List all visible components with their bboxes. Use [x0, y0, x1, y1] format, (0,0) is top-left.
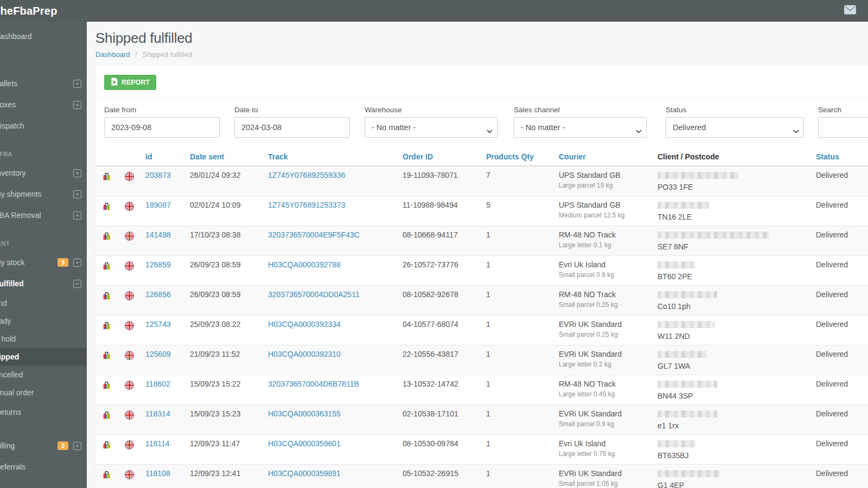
shipment-id-link[interactable]: 118108: [145, 469, 170, 478]
shipment-id-link[interactable]: 126856: [145, 290, 171, 299]
messages-button[interactable]: [843, 4, 857, 17]
sidebar-item-cancelled[interactable]: Cancelled: [0, 366, 87, 384]
tracking-number-link[interactable]: 3203736570004E9F5F43C: [268, 230, 360, 239]
postcode: W11 2ND: [658, 332, 807, 341]
tracking-number-link[interactable]: H03CQA0000363155: [268, 409, 341, 418]
shipment-id-link[interactable]: 189087: [145, 201, 171, 209]
sidebar-menu: DashboardPallets+Boxes+DispatchAMAZON FB…: [0, 26, 87, 478]
shipment-status: Delivered: [816, 230, 848, 239]
filter-search: Search: [818, 106, 868, 138]
uk-flag-icon: [125, 410, 134, 420]
breadcrumb: Dashboard / Shipped fulfilled: [95, 50, 859, 59]
courier-detail: Small parcel 0.9 kg: [559, 271, 649, 279]
shipment-status: Delivered: [816, 201, 848, 209]
column-header-products-qty[interactable]: Products Qty: [482, 148, 554, 166]
shipment-id-link[interactable]: 125609: [145, 350, 171, 358]
shipment-id-link[interactable]: 118114: [145, 439, 170, 448]
plus-expand-icon[interactable]: +: [73, 211, 81, 220]
courier-detail: Medium parcel 12.5 kg: [559, 211, 649, 219]
warehouse-select[interactable]: - No matter -: [365, 117, 497, 138]
uk-flag-icon: [125, 232, 134, 241]
tracking-number-link[interactable]: 1Z745Y076891253373: [268, 201, 345, 209]
tracking-number-link[interactable]: H03CQA0000392788: [268, 260, 341, 269]
client-name-redacted: [658, 202, 709, 209]
sidebar-item-fba-removal[interactable]: FBA Removal+: [0, 205, 87, 226]
tracking-number-link[interactable]: H03CQA0000359601: [268, 439, 341, 448]
app-logo[interactable]: TheFbaPrep: [0, 5, 87, 17]
sidebar-item-returns[interactable]: Returns: [0, 402, 87, 423]
uk-flag-icon: [125, 321, 134, 330]
plus-expand-icon[interactable]: +: [73, 169, 81, 177]
column-header-courier[interactable]: Courier: [554, 148, 653, 166]
column-header-status[interactable]: Status: [812, 148, 868, 166]
breadcrumb-dashboard-link[interactable]: Dashboard: [95, 50, 130, 59]
courier-name: EVRi UK Standard: [559, 350, 649, 358]
date-sent: 25/09/23 08:22: [190, 320, 240, 329]
tracking-number-link[interactable]: H03CQA0000392310: [268, 350, 341, 358]
sidebar-item-dashboard[interactable]: Dashboard: [0, 26, 87, 47]
sidebar-item-my-stock[interactable]: My stock3+: [0, 252, 87, 273]
tracking-number-link[interactable]: H03CQA0000359891: [268, 469, 341, 478]
products-qty: 1: [486, 320, 490, 329]
shipment-id-link[interactable]: 126859: [145, 260, 171, 269]
plus-expand-icon[interactable]: +: [73, 259, 81, 267]
tracking-number-link[interactable]: H03CQA0000392334: [268, 320, 341, 329]
shipment-id-link[interactable]: 203873: [145, 171, 171, 179]
sidebar-item-ready[interactable]: Ready: [0, 312, 87, 330]
postcode: BT635BJ: [658, 451, 807, 460]
shipment-id-link[interactable]: 118314: [145, 409, 170, 418]
sidebar-item-referrals[interactable]: Referrals: [0, 457, 87, 478]
sidebar-item-pallets[interactable]: Pallets+: [0, 73, 87, 94]
tracking-number-link[interactable]: 1Z745Y076892559336: [268, 171, 345, 179]
shipment-id-link[interactable]: 141498: [145, 230, 171, 239]
sidebar-item-boxes[interactable]: Boxes+: [0, 94, 87, 115]
plus-expand-icon[interactable]: +: [73, 190, 81, 198]
search-input[interactable]: [818, 117, 868, 138]
breadcrumb-separator: /: [135, 50, 137, 59]
column-header-date-sent[interactable]: Date sent: [186, 148, 264, 166]
sidebar-item-inventory[interactable]: Inventory+: [0, 163, 87, 184]
courier-name: EVRi UK Standard: [559, 409, 649, 418]
column-header-id[interactable]: Id: [141, 148, 186, 166]
column-header-order-id[interactable]: Order ID: [398, 148, 482, 166]
courier-detail: Small parcel 0.25 kg: [559, 301, 649, 309]
shipment-id-link[interactable]: 118602: [145, 380, 170, 388]
shipment-id-link[interactable]: 125743: [145, 320, 171, 329]
filter-label: Warehouse: [365, 106, 497, 114]
tracking-number-link[interactable]: 3203736570004D6B7811B: [268, 380, 359, 388]
date-to-input[interactable]: [234, 117, 350, 138]
shipment-status: Delivered: [816, 469, 848, 478]
plus-expand-icon[interactable]: +: [73, 442, 81, 450]
sidebar-item-manual-order[interactable]: Manual order: [0, 384, 87, 402]
sidebar-item-my-shipments[interactable]: My shipments+: [0, 184, 87, 205]
sidebar-item-on-hold[interactable]: On hold: [0, 330, 87, 348]
date-from-input[interactable]: [104, 117, 220, 138]
sidebar-section-spacer: [0, 423, 87, 435]
sidebar-item-fulfilled[interactable]: Fulfilled−: [0, 273, 87, 294]
filter-date-from: Date from: [104, 106, 220, 138]
products-qty: 1: [486, 469, 490, 478]
client-name-redacted: [658, 351, 706, 358]
sidebar-item-billing[interactable]: Billing2+: [0, 435, 87, 457]
report-button[interactable]: REPORT: [104, 75, 156, 90]
shipment-row: 189087 02/01/24 10:09 1Z745Y076891253373…: [95, 196, 868, 226]
postcode: e1 1rx: [658, 421, 807, 430]
postcode: BN44 3SP: [658, 391, 807, 400]
minus-collapse-icon[interactable]: −: [73, 280, 81, 288]
sidebar-item-dispatch[interactable]: Dispatch: [0, 115, 87, 137]
sidebar-item-send[interactable]: Send: [0, 294, 87, 312]
date-sent: 21/09/23 11:52: [190, 350, 240, 358]
sidebar-item-label: On hold: [0, 335, 81, 343]
postcode: G1 4EP: [658, 481, 807, 488]
products-qty: 1: [486, 409, 490, 418]
date-sent: 26/09/23 08:59: [190, 260, 240, 269]
sales-channel-select[interactable]: - No matter -: [514, 117, 647, 138]
status-select[interactable]: Delivered: [666, 117, 804, 138]
plus-expand-icon[interactable]: +: [73, 101, 81, 109]
products-qty: 1: [486, 230, 490, 239]
sidebar-item-shipped[interactable]: Shipped: [0, 348, 87, 366]
date-sent: 12/09/23 11:47: [190, 439, 240, 448]
column-header-track[interactable]: Track: [264, 148, 398, 166]
plus-expand-icon[interactable]: +: [73, 80, 81, 88]
tracking-number-link[interactable]: 3203736570004DD0A2511: [268, 290, 360, 299]
